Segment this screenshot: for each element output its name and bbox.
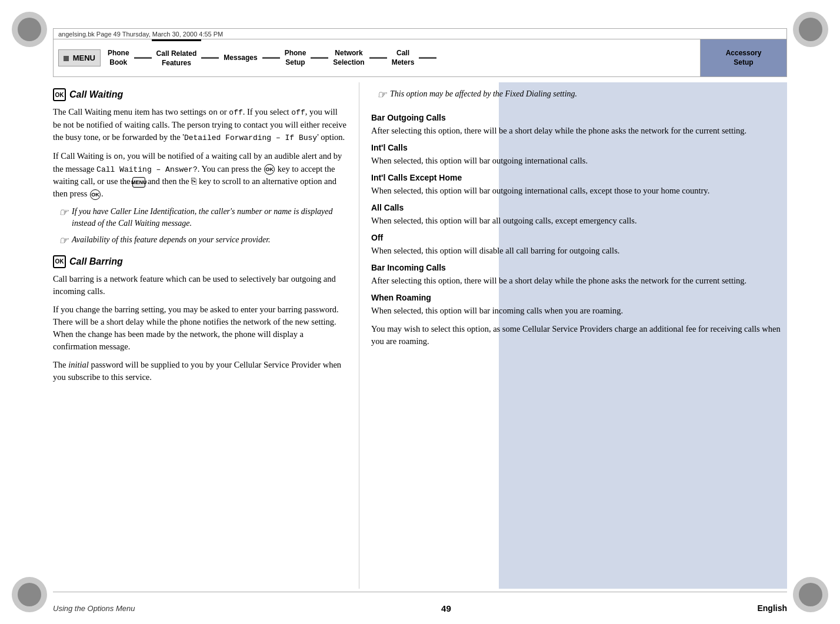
- call-related-line1: Call Related: [156, 49, 197, 58]
- nav-connector-5: [369, 57, 387, 59]
- subheading-when-roaming-body: When selected, this option will bar inco…: [371, 305, 787, 317]
- nav-item-messages[interactable]: Messages: [219, 39, 262, 76]
- bottom-left-text: Using the Options Menu: [53, 604, 135, 613]
- phone-setup-line2: Setup: [285, 58, 305, 66]
- subheading-bar-outgoing-body: After selecting this option, there will …: [371, 125, 787, 137]
- nav-connector-4: [311, 57, 328, 59]
- accessory-setup-tab[interactable]: AccessorySetup: [700, 39, 787, 77]
- subheading-off-body: When selected, this option will disable …: [371, 245, 787, 257]
- left-column: OK Call Waiting The Call Waiting menu it…: [53, 82, 359, 589]
- note-icon-2: ☞: [59, 234, 68, 247]
- page-number: 49: [441, 603, 451, 613]
- subheading-intl-calls-except-home-body: When selected, this option will bar outg…: [371, 185, 787, 197]
- call-barring-p2: If you change the barring setting, you m…: [53, 303, 347, 353]
- phone-setup-line1: Phone: [285, 49, 306, 57]
- nav-item-phone-book[interactable]: Phone Book: [103, 39, 134, 76]
- call-waiting-title: Call Waiting: [69, 89, 123, 100]
- nav-item-phone-setup[interactable]: Phone Setup: [280, 39, 311, 76]
- call-meters-line1: Call: [396, 49, 409, 57]
- corner-decoration-tl: [12, 12, 47, 47]
- nav-item-call-related[interactable]: Call Related Features: [152, 39, 202, 76]
- call-waiting-p1: The Call Waiting menu item has two setti…: [53, 106, 347, 144]
- right-col-note: ☞ This option may be affected by the Fix…: [371, 88, 787, 106]
- nav-connector-2: [201, 57, 219, 59]
- phone-book-line1: Phone: [108, 49, 129, 57]
- corner-decoration-bl: [12, 577, 47, 612]
- corner-decoration-tr: [793, 12, 828, 47]
- subheading-bar-outgoing: Bar Outgoing Calls: [371, 113, 787, 122]
- phone-book-line2: Book: [109, 58, 127, 66]
- subheading-bar-incoming: Bar Incoming Calls: [371, 263, 787, 272]
- subheading-all-calls-body: When selected, this option will bar all …: [371, 215, 787, 227]
- menu-label: MENU: [73, 54, 95, 62]
- call-waiting-note2: ☞ Availability of this feature depends o…: [53, 234, 347, 247]
- nav-connector-1: [134, 57, 152, 59]
- nav-connector-6: [419, 57, 436, 59]
- subheading-intl-calls: Int'l Calls: [371, 143, 787, 152]
- subheading-roaming-extra: You may wish to select this option, as s…: [371, 323, 787, 348]
- call-barring-badge: OK: [53, 255, 66, 268]
- call-waiting-heading: OK Call Waiting: [53, 88, 347, 101]
- file-info-bar: angelsing.bk Page 49 Thursday, March 30,…: [53, 28, 787, 39]
- right-column: ☞ This option may be affected by the Fix…: [359, 82, 787, 589]
- call-meters-line2: Meters: [392, 58, 415, 66]
- network-selection-line2: Selection: [333, 58, 364, 66]
- call-waiting-badge: OK: [53, 88, 66, 101]
- subheading-bar-incoming-body: After selecting this option, there will …: [371, 275, 787, 287]
- call-waiting-p2: If Call Waiting is on, you will be notif…: [53, 150, 347, 201]
- call-barring-p3: The initial password will be supplied to…: [53, 359, 347, 383]
- subheading-when-roaming: When Roaming: [371, 293, 787, 302]
- call-related-line2: Features: [162, 59, 191, 67]
- bottom-bar: Using the Options Menu 49 English: [53, 592, 787, 624]
- file-info-text: angelsing.bk Page 49 Thursday, March 30,…: [58, 31, 223, 38]
- messages-label: Messages: [224, 54, 257, 62]
- accessory-setup-label: AccessorySetup: [726, 49, 762, 67]
- nav-item-network-selection[interactable]: Network Selection: [328, 39, 369, 76]
- network-selection-line1: Network: [335, 49, 362, 57]
- call-barring-heading: OK Call Barring: [53, 255, 347, 268]
- call-barring-title: Call Barring: [69, 256, 123, 267]
- right-subheadings: Bar Outgoing Calls After selecting this …: [371, 113, 787, 348]
- nav-item-call-meters[interactable]: Call Meters: [387, 39, 419, 76]
- call-barring-p1: Call barring is a network feature which …: [53, 273, 347, 298]
- nav-connector-3: [262, 57, 280, 59]
- main-content: OK Call Waiting The Call Waiting menu it…: [53, 82, 787, 589]
- nav-bar: MENU Phone Book Call Related Features Me…: [53, 39, 787, 77]
- subheading-off: Off: [371, 233, 787, 242]
- menu-button[interactable]: MENU: [58, 49, 101, 66]
- language-label: English: [757, 603, 787, 613]
- call-waiting-note1: ☞ If you have Caller Line Identification…: [53, 206, 347, 229]
- note-icon-1: ☞: [59, 206, 68, 219]
- subheading-all-calls: All Calls: [371, 203, 787, 212]
- subheading-intl-calls-except-home: Int'l Calls Except Home: [371, 173, 787, 182]
- note-icon-right: ☞: [377, 88, 386, 101]
- corner-decoration-br: [793, 577, 828, 612]
- subheading-intl-calls-body: When selected, this option will bar outg…: [371, 155, 787, 167]
